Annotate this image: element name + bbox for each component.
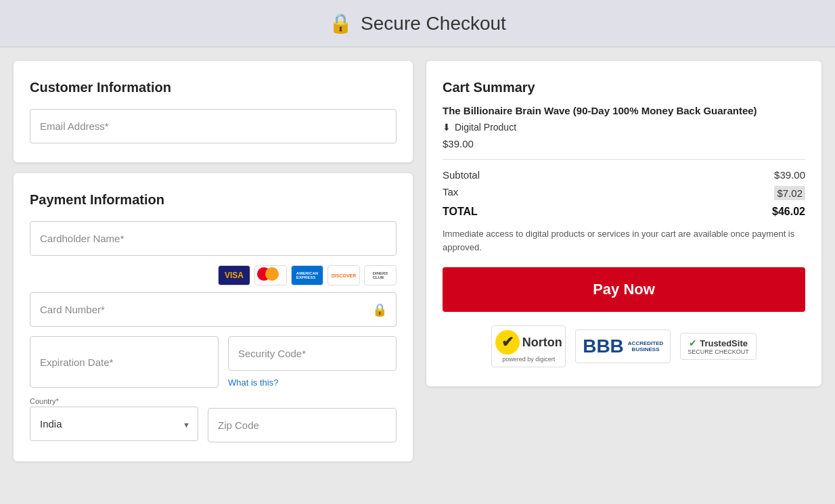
mastercard-logo — [254, 265, 287, 285]
discover-logo: DISCOVER — [328, 265, 360, 285]
trusted-name: TrustedSite — [700, 338, 748, 348]
customer-info-card: Customer Information — [14, 61, 413, 162]
trusted-check-icon: ✔ — [689, 338, 697, 348]
checkout-header: 🔒 Secure Checkout — [0, 0, 835, 47]
subtotal-row: Subtotal $39.00 — [443, 169, 805, 181]
subtotal-value: $39.00 — [774, 169, 805, 181]
visa-logo: VISA — [218, 265, 250, 285]
country-container: Country* India United States United King… — [30, 397, 198, 442]
exp-security-row: What is this? — [30, 336, 397, 388]
total-value: $46.02 — [772, 206, 805, 218]
norton-v-letter: ✔ — [501, 334, 514, 351]
divider — [443, 159, 805, 160]
country-select-wrapper: India United States United Kingdom Canad… — [30, 407, 198, 442]
subtotal-label: Subtotal — [443, 169, 480, 181]
product-name: The Billionaire Brain Wave (90-Day 100% … — [443, 105, 805, 116]
product-price: $39.00 — [443, 138, 805, 150]
card-number-field[interactable] — [30, 292, 397, 327]
norton-logo: ✔ Norton — [495, 330, 562, 354]
checkout-title: Secure Checkout — [361, 13, 506, 35]
tax-label: Tax — [443, 186, 458, 200]
security-code-field[interactable] — [228, 336, 397, 371]
product-type: Digital Product — [455, 122, 516, 133]
trust-badges: ✔ Norton powered by digicert BBB ACCREDI… — [443, 325, 805, 367]
download-icon: ⬇ — [443, 122, 451, 133]
expiration-date-field[interactable] — [30, 336, 219, 388]
country-select[interactable]: India United States United Kingdom Canad… — [30, 407, 198, 441]
trusted-top: ✔ TrustedSite — [689, 338, 748, 348]
tax-row: Tax $7.02 — [443, 186, 805, 200]
digital-product-row: ⬇ Digital Product — [443, 122, 805, 133]
diners-logo: DINERSCLUB — [364, 265, 397, 285]
card-number-wrapper: 🔒 — [30, 292, 397, 327]
norton-badge: ✔ Norton powered by digicert — [491, 325, 566, 367]
zip-code-field[interactable] — [208, 408, 397, 442]
card-logos-row: VISA AMERICANEXPRESS DISCOVER DINERSCLUB — [30, 265, 397, 285]
cart-summary-card: Cart Summary The Billionaire Brain Wave … — [426, 61, 821, 386]
bbb-logo: BBB — [583, 336, 624, 357]
payment-info-title: Payment Information — [30, 192, 397, 208]
total-label: TOTAL — [443, 206, 478, 218]
right-panel: Cart Summary The Billionaire Brain Wave … — [426, 61, 821, 461]
trusted-sub: SECURE CHECKOUT — [687, 348, 749, 355]
cart-title: Cart Summary — [443, 80, 805, 95]
trusted-badge: ✔ TrustedSite SECURE CHECKOUT — [680, 333, 757, 360]
payment-info-card: Payment Information VISA AMERICANEXPRESS… — [14, 173, 413, 461]
customer-info-title: Customer Information — [30, 80, 397, 95]
pay-now-button[interactable]: Pay Now — [443, 267, 805, 312]
access-note: Immediate access to digital products or … — [443, 227, 805, 254]
tax-value: $7.02 — [774, 186, 805, 200]
left-panel: Customer Information Payment Information… — [14, 61, 413, 461]
bbb-business: BUSINESS — [632, 346, 660, 352]
amex-logo: AMERICANEXPRESS — [291, 265, 323, 285]
what-is-this-link[interactable]: What is this? — [228, 377, 397, 388]
lock-icon: 🔒 — [329, 12, 353, 35]
norton-text: Norton — [522, 336, 562, 350]
country-label: Country* — [30, 397, 198, 405]
email-field[interactable] — [30, 109, 397, 143]
cardholder-name-field[interactable] — [30, 221, 397, 256]
bbb-accredited: ACCREDITED BUSINESS — [628, 340, 663, 352]
country-zip-row: Country* India United States United King… — [30, 397, 397, 442]
norton-circle: ✔ — [495, 330, 520, 354]
norton-sub: powered by digicert — [502, 356, 555, 363]
bbb-badge: BBB ACCREDITED BUSINESS — [575, 329, 671, 363]
bbb-acc-text: ACCREDITED — [628, 340, 663, 346]
total-row: TOTAL $46.02 — [443, 206, 805, 218]
card-lock-icon: 🔒 — [372, 302, 387, 317]
